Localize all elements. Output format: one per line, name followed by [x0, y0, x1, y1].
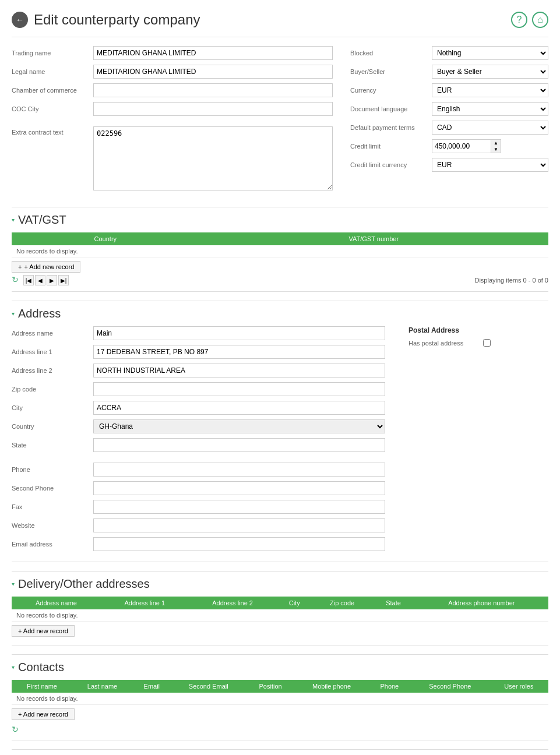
- country-label: Country: [12, 423, 93, 430]
- delivery-section-header: ▾ Delivery/Other addresses: [12, 571, 548, 591]
- con-col-9: User roles: [489, 680, 548, 693]
- vat-toggle[interactable]: ▾: [12, 217, 15, 223]
- fax-input[interactable]: [93, 500, 385, 514]
- blocked-select[interactable]: Nothing Blocked: [432, 46, 548, 60]
- addr-line2-input[interactable]: [93, 364, 385, 378]
- vat-next-page[interactable]: ▶: [47, 275, 57, 285]
- contacts-table: First name Last name Email Second Email …: [12, 680, 548, 705]
- vat-no-records: No records to display.: [12, 245, 548, 257]
- currency-select[interactable]: EUR USD GBP CAD: [432, 83, 548, 97]
- vat-no-records-row: No records to display.: [12, 245, 548, 257]
- vat-refresh-icon[interactable]: ↻: [12, 275, 22, 285]
- credit-limit-currency-label: Credit limit currency: [350, 161, 432, 168]
- del-col-3: Address line 2: [189, 597, 277, 609]
- address-section-header: ▾ Address: [12, 301, 548, 320]
- state-input[interactable]: [93, 438, 385, 452]
- phone-label: Phone: [12, 466, 93, 473]
- coc-city-input[interactable]: [93, 102, 333, 116]
- extra-contract-label: Extra contract text: [12, 126, 93, 136]
- doc-language-select[interactable]: English French Spanish: [432, 102, 548, 116]
- del-col-6: State: [372, 597, 414, 609]
- addr-name-label: Address name: [12, 330, 93, 337]
- contacts-toggle[interactable]: ▾: [12, 664, 15, 671]
- contacts-add-button[interactable]: + Add new record: [12, 708, 75, 720]
- state-label: State: [12, 442, 93, 449]
- vat-first-page[interactable]: |◀: [23, 275, 34, 285]
- con-col-4: Second Email: [171, 680, 246, 693]
- payment-terms-select[interactable]: CAD NET30 NET60: [432, 121, 548, 135]
- credit-limit-up[interactable]: ▲: [491, 140, 501, 146]
- addr-line1-label: Address line 1: [12, 348, 93, 355]
- credit-limit-input[interactable]: [432, 140, 491, 153]
- buyer-seller-select[interactable]: Buyer & Seller Buyer Seller: [432, 65, 548, 79]
- home-button[interactable]: ⌂: [532, 12, 548, 28]
- city-input[interactable]: [93, 401, 385, 415]
- form-right: Blocked Nothing Blocked Buyer/Seller Buy…: [350, 46, 548, 195]
- delivery-section-title: Delivery/Other addresses: [18, 577, 150, 591]
- trading-name-input[interactable]: [93, 46, 333, 60]
- extra-contract-textarea[interactable]: 022596: [93, 126, 333, 190]
- second-phone-label: Second Phone: [12, 485, 93, 492]
- page-header: ← Edit counterparty company ? ⌂: [12, 6, 548, 37]
- second-phone-input[interactable]: [93, 481, 385, 495]
- con-col-6: Mobile phone: [295, 680, 368, 693]
- postal-title: Postal Address: [408, 326, 548, 334]
- addr-name-input[interactable]: [93, 326, 385, 340]
- credit-limit-label: Credit limit: [350, 143, 432, 150]
- website-input[interactable]: [93, 518, 385, 532]
- contacts-no-records-row: No records to display.: [12, 693, 548, 705]
- email-input[interactable]: [93, 537, 385, 551]
- del-col-7: Address phone number: [415, 597, 548, 609]
- back-button[interactable]: ←: [12, 12, 28, 28]
- contacts-refresh-icon[interactable]: ↻: [12, 725, 19, 734]
- vat-add-plus: +: [18, 263, 22, 270]
- form-left: Trading name Legal name Chamber of comme…: [12, 46, 333, 195]
- help-button[interactable]: ?: [511, 12, 527, 28]
- credit-limit-currency-select[interactable]: EUR USD GBP: [432, 158, 548, 172]
- city-label: City: [12, 404, 93, 411]
- legal-name-input[interactable]: [93, 65, 333, 79]
- vat-col-number: VAT/GST number: [199, 232, 548, 245]
- vat-table: Country VAT/GST number No records to dis…: [12, 232, 548, 257]
- address-toggle[interactable]: ▾: [12, 311, 15, 317]
- zip-code-input[interactable]: [93, 382, 385, 396]
- addr-line1-input[interactable]: [93, 345, 385, 359]
- vat-prev-page[interactable]: ◀: [35, 275, 45, 285]
- delivery-add-label: + Add new record: [18, 627, 68, 634]
- contacts-section-header: ▾ Contacts: [12, 654, 548, 674]
- chamber-label: Chamber of commerce: [12, 87, 93, 94]
- con-col-7: Phone: [368, 680, 411, 693]
- vat-add-button[interactable]: + + Add new record: [12, 261, 80, 273]
- buyer-seller-label: Buyer/Seller: [350, 68, 432, 75]
- country-select[interactable]: GH-Ghana US-United States GB-United King…: [93, 419, 385, 433]
- vat-last-page[interactable]: ▶|: [58, 275, 69, 285]
- trading-name-label: Trading name: [12, 50, 93, 57]
- con-col-3: Email: [132, 680, 171, 693]
- vat-section-header: ▾ VAT/GST: [12, 207, 548, 227]
- vat-display-info: Displaying items 0 - 0 of 0: [474, 277, 548, 284]
- currency-label: Currency: [350, 87, 432, 94]
- payment-terms-label: Default payment terms: [350, 124, 432, 131]
- delivery-toggle[interactable]: ▾: [12, 581, 15, 587]
- has-postal-label: Has postal address: [408, 340, 478, 347]
- con-col-8: Second Phone: [411, 680, 489, 693]
- con-col-1: First name: [12, 680, 72, 693]
- delivery-table: Address name Address line 1 Address line…: [12, 597, 548, 622]
- delivery-add-button[interactable]: + Add new record: [12, 625, 75, 637]
- del-col-4: City: [276, 597, 312, 609]
- vat-pager-row: ↻ |◀ ◀ ▶ ▶| Displaying items 0 - 0 of 0: [12, 275, 548, 285]
- fax-label: Fax: [12, 503, 93, 510]
- has-postal-checkbox[interactable]: [483, 339, 491, 347]
- chamber-input[interactable]: [93, 83, 333, 97]
- blocked-label: Blocked: [350, 50, 432, 57]
- email-label: Email address: [12, 541, 93, 548]
- con-col-5: Position: [246, 680, 295, 693]
- phone-input[interactable]: [93, 463, 385, 477]
- zip-code-label: Zip code: [12, 386, 93, 393]
- doc-language-label: Document language: [350, 105, 432, 112]
- del-col-2: Address line 1: [101, 597, 189, 609]
- address-section-title: Address: [18, 307, 61, 320]
- vat-add-label: + Add new record: [24, 263, 74, 270]
- credit-limit-down[interactable]: ▼: [491, 146, 501, 153]
- legal-name-label: Legal name: [12, 68, 93, 75]
